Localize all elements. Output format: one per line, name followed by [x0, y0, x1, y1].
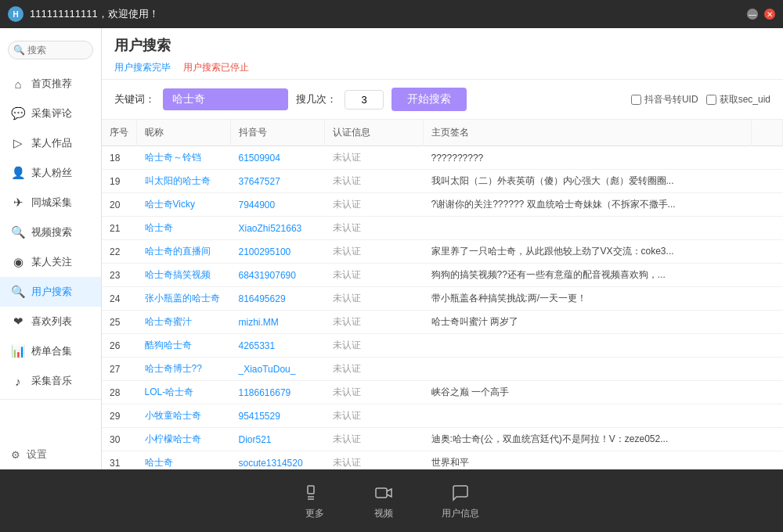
- table-body: 18 哈士奇～铃铛 61509904 未认证 ?????????? 19 叫太阳…: [102, 146, 783, 470]
- cell-name[interactable]: 张小瓶盖的哈士奇: [137, 287, 231, 311]
- count-input[interactable]: [345, 90, 384, 110]
- cell-name[interactable]: 小牧童哈士奇: [137, 404, 231, 428]
- cell-extra: [752, 217, 783, 240]
- cell-dy[interactable]: 95415529: [231, 404, 325, 428]
- bottom-item-video[interactable]: 视频: [373, 482, 395, 520]
- table-header-row: 序号 昵称 抖音号 认证信息 主页签名: [102, 120, 783, 146]
- sidebar-item-label: 采集音乐: [31, 374, 72, 388]
- sidebar-item-label: 首页推荐: [31, 77, 72, 91]
- col-header-name: 昵称: [137, 120, 231, 146]
- sidebar-item-music[interactable]: ♪ 采集音乐: [0, 366, 101, 396]
- keyword-label: 关键词：: [114, 92, 155, 106]
- cell-dy[interactable]: 68431907690: [231, 264, 325, 287]
- col-header-extra: [752, 120, 783, 146]
- sidebar-item-rank[interactable]: 📊 榜单合集: [0, 336, 101, 366]
- sidebar-item-works[interactable]: ▷ 某人作品: [0, 128, 101, 158]
- status-bar: 用户搜索完毕 用户搜索已停止: [114, 61, 770, 74]
- comment-icon: 💬: [11, 106, 25, 120]
- sidebar-item-video[interactable]: 🔍 视频搜索: [0, 217, 101, 247]
- table-row: 18 哈士奇～铃铛 61509904 未认证 ??????????: [102, 146, 783, 170]
- sidebar: 🔍 ⌂ 首页推荐 💬 采集评论 ▷ 某人作品 👤 某人粉丝 ✈ 同城采集 🔍 视…: [0, 28, 102, 469]
- table-row: 30 小柠檬哈士奇 Dior521 未认证 迪奥:哈士奇(公，双血统宫廷代)不是…: [102, 428, 783, 451]
- cell-auth: 未认证: [325, 358, 424, 381]
- cell-num: 26: [102, 334, 137, 358]
- cell-dy[interactable]: socute1314520: [231, 451, 325, 470]
- cell-extra: [752, 170, 783, 193]
- sidebar-item-label: 用户搜索: [31, 285, 72, 299]
- cell-sign: 我叫太阳（二）外表英萌（傻）内心强大（彪）爱转圈圈...: [424, 170, 752, 193]
- content-area: 用户搜索 用户搜索完毕 用户搜索已停止 关键词： 搜几次： 开始搜索 抖音号转U…: [102, 28, 783, 469]
- cell-dy[interactable]: 61509904: [231, 146, 325, 170]
- cell-name[interactable]: 哈士奇搞笑视频: [137, 264, 231, 287]
- cell-name[interactable]: 哈士奇: [137, 451, 231, 470]
- results-table: 序号 昵称 抖音号 认证信息 主页签名 18 哈士奇～铃铛 61509904 未…: [102, 120, 783, 469]
- cell-dy[interactable]: 7944900: [231, 193, 325, 217]
- cell-num: 20: [102, 193, 137, 217]
- table-row: 23 哈士奇搞笑视频 68431907690 未认证 狗狗的搞笑视频??还有一些…: [102, 264, 783, 287]
- cell-auth: 未认证: [325, 287, 424, 311]
- likes-icon: ❤: [11, 315, 25, 329]
- cell-name[interactable]: 哈士奇～铃铛: [137, 146, 231, 170]
- minimize-button[interactable]: —: [747, 9, 758, 20]
- cell-dy[interactable]: 4265331: [231, 334, 325, 358]
- cell-sign: 哈士奇叫蜜汁 两岁了: [424, 311, 752, 334]
- content-header: 用户搜索 用户搜索完毕 用户搜索已停止: [102, 28, 783, 80]
- cell-auth: 未认证: [325, 404, 424, 428]
- sidebar-item-home[interactable]: ⌂ 首页推荐: [0, 69, 101, 99]
- cell-name[interactable]: 叫太阳的哈士奇: [137, 170, 231, 193]
- cell-sign: [424, 358, 752, 381]
- table-row: 26 酷狗哈士奇 4265331 未认证: [102, 334, 783, 358]
- cell-dy[interactable]: _XiaoTuDou_: [231, 358, 325, 381]
- sidebar-item-label: 某人粉丝: [31, 166, 72, 180]
- search-button[interactable]: 开始搜索: [392, 88, 467, 111]
- cell-name[interactable]: 哈士奇的直播间: [137, 240, 231, 264]
- cell-num: 27: [102, 358, 137, 381]
- sidebar-item-comment[interactable]: 💬 采集评论: [0, 99, 101, 128]
- cell-auth: 未认证: [325, 428, 424, 451]
- sidebar-item-likes[interactable]: ❤ 喜欢列表: [0, 307, 101, 336]
- results-table-wrap[interactable]: 序号 昵称 抖音号 认证信息 主页签名 18 哈士奇～铃铛 61509904 未…: [102, 120, 783, 469]
- svg-rect-0: [308, 486, 314, 494]
- sidebar-item-fans[interactable]: 👤 某人粉丝: [0, 158, 101, 188]
- option1-label: 抖音号转UID: [644, 93, 698, 106]
- bottom-item-more[interactable]: 更多: [304, 482, 326, 520]
- table-row: 22 哈士奇的直播间 2100295100 未认证 家里养了一只哈士奇，从此跟他…: [102, 240, 783, 264]
- cell-dy[interactable]: 816495629: [231, 287, 325, 311]
- sidebar-settings[interactable]: ⚙ 设置: [0, 441, 101, 469]
- option2-checkbox[interactable]: 获取sec_uid: [706, 93, 770, 106]
- fans-icon: 👤: [11, 166, 25, 180]
- home-icon: ⌂: [11, 77, 25, 91]
- cell-extra: [752, 287, 783, 311]
- cell-sign: 狗狗的搞笑视频??还有一些有意蕴的配音视频喜欢狗，...: [424, 264, 752, 287]
- keyword-input[interactable]: [163, 88, 288, 110]
- cell-name[interactable]: LOL-哈士奇: [137, 381, 231, 404]
- cell-extra: [752, 264, 783, 287]
- cell-extra: [752, 334, 783, 358]
- cell-dy[interactable]: Dior521: [231, 428, 325, 451]
- cell-name[interactable]: 小柠檬哈士奇: [137, 428, 231, 451]
- cell-name[interactable]: 哈士奇Vicky: [137, 193, 231, 217]
- cell-dy[interactable]: mizhi.MM: [231, 311, 325, 334]
- cell-dy[interactable]: 1186616679: [231, 381, 325, 404]
- cell-extra: [752, 311, 783, 334]
- option1-checkbox[interactable]: 抖音号转UID: [631, 93, 698, 106]
- bottom-bar: 更多 视频 用户信息: [0, 469, 783, 532]
- cell-name[interactable]: 哈士奇蜜汁: [137, 311, 231, 334]
- close-button[interactable]: ✕: [764, 9, 775, 20]
- window-controls: — ✕: [747, 9, 775, 20]
- sidebar-item-local[interactable]: ✈ 同城采集: [0, 188, 101, 217]
- table-row: 24 张小瓶盖的哈士奇 816495629 未认证 带小瓶盖各种搞笑挑战:两/一…: [102, 287, 783, 311]
- cell-extra: [752, 381, 783, 404]
- bottom-item-userinfo[interactable]: 用户信息: [442, 482, 479, 520]
- cell-dy[interactable]: 2100295100: [231, 240, 325, 264]
- sidebar-item-follow[interactable]: ◉ 某人关注: [0, 247, 101, 277]
- cell-dy[interactable]: 37647527: [231, 170, 325, 193]
- cell-name[interactable]: 哈士奇博士??: [137, 358, 231, 381]
- bottom-label-userinfo: 用户信息: [442, 507, 479, 520]
- sidebar-item-user-search[interactable]: 🔍 用户搜索: [0, 277, 101, 307]
- cell-extra: [752, 358, 783, 381]
- cell-name[interactable]: 酷狗哈士奇: [137, 334, 231, 358]
- cell-dy[interactable]: XiaoZhi521663: [231, 217, 325, 240]
- cell-name[interactable]: 哈士奇: [137, 217, 231, 240]
- cell-auth: 未认证: [325, 217, 424, 240]
